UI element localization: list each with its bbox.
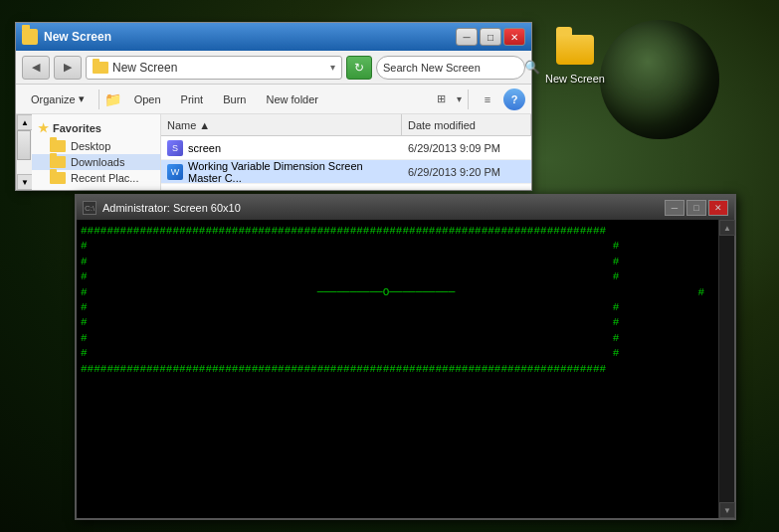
search-icon: 🔍 <box>524 60 540 75</box>
desktop-icon-new-screen[interactable]: New Screen <box>540 30 610 85</box>
desktop-icon-label: New Screen <box>540 73 610 85</box>
search-box[interactable]: 🔍 <box>376 56 525 80</box>
favorites-label: Favorites <box>53 122 101 134</box>
cmd-line-3: # # <box>81 255 714 269</box>
sidebar-desktop-label: Desktop <box>71 140 110 152</box>
explorer-titlebar: New Screen ─ □ ✕ <box>16 23 531 51</box>
sidebar-scrollbar[interactable]: ▲ ▼ <box>16 114 32 190</box>
cmd-titlebar: C:\ Administrator: Screen 60x10 ─ □ ✕ <box>77 196 734 220</box>
favorites-header[interactable]: ★ Favorites <box>32 118 160 138</box>
working-file-icon: W <box>167 164 183 180</box>
desktop: New Screen New Screen ─ □ ✕ ◀ ▶ New Scre… <box>0 0 779 532</box>
cmd-line-4: # # <box>81 269 714 284</box>
file-row-screen[interactable]: S screen 6/29/2013 9:09 PM <box>161 136 531 160</box>
explorer-title-icon <box>22 29 38 45</box>
cmd-line-7: # # <box>81 315 714 330</box>
sidebar-downloads-label: Downloads <box>71 156 124 168</box>
forward-button[interactable]: ▶ <box>54 56 82 80</box>
address-folder-icon <box>93 62 108 74</box>
cmd-line-1: ########################################… <box>81 224 714 239</box>
explorer-main-area: ▲ ▼ ★ Favorites Desktop <box>16 114 531 190</box>
working-filename: Working Variable Dimension Screen Master… <box>188 160 396 184</box>
view-chevron-icon[interactable]: ▾ <box>457 93 462 104</box>
cmd-title-icon: C:\ <box>83 201 97 215</box>
organize-button[interactable]: Organize ▾ <box>22 89 94 109</box>
sidebar-item-recent[interactable]: Recent Plac... <box>32 170 160 186</box>
cmd-window-controls: ─ □ ✕ <box>665 200 728 216</box>
view-controls: ⊞ ▾ ≡ ? <box>428 89 525 110</box>
organize-chevron-icon: ▾ <box>79 92 85 105</box>
name-column-header[interactable]: Name ▲ <box>161 114 402 135</box>
scroll-track <box>17 130 32 174</box>
cmd-line-9: # # <box>81 346 714 361</box>
address-bar: ◀ ▶ New Screen ▾ ↻ 🔍 <box>16 51 531 85</box>
downloads-folder-icon <box>50 156 66 168</box>
screen-filename: screen <box>188 142 221 154</box>
print-button[interactable]: Print <box>172 89 213 109</box>
file-name-cell-working: W Working Variable Dimension Screen Mast… <box>161 160 402 184</box>
file-name-cell-screen: S screen <box>161 140 402 156</box>
explorer-window: New Screen ─ □ ✕ ◀ ▶ New Screen ▾ ↻ 🔍 <box>15 22 532 191</box>
search-input[interactable] <box>383 62 520 74</box>
date-column-header[interactable]: Date modified <box>402 114 531 135</box>
explorer-toolbar: Organize ▾ 📁 Open Print Burn New folder … <box>16 85 531 114</box>
explorer-window-controls: ─ □ ✕ <box>456 28 525 46</box>
file-list: Name ▲ Date modified S screen 6/29/2013 … <box>161 114 531 190</box>
scroll-down-arrow[interactable]: ▼ <box>17 174 33 190</box>
refresh-button[interactable]: ↻ <box>346 56 372 80</box>
cmd-minimize-button[interactable]: ─ <box>665 200 684 216</box>
cmd-maximize-button[interactable]: □ <box>686 200 706 216</box>
burn-button[interactable]: Burn <box>214 89 255 109</box>
scroll-thumb[interactable] <box>17 130 31 160</box>
new-folder-button[interactable]: New folder <box>257 89 327 109</box>
favorites-star-icon: ★ <box>38 121 49 135</box>
close-button[interactable]: ✕ <box>503 28 525 46</box>
explorer-title: New Screen <box>44 30 456 44</box>
back-button[interactable]: ◀ <box>22 56 50 80</box>
cmd-line-5: # ──────────O────────── # <box>81 285 714 300</box>
folder-toolbar-icon: 📁 <box>104 91 121 107</box>
toolbar-separator-1 <box>98 89 99 109</box>
address-box[interactable]: New Screen ▾ <box>86 56 342 80</box>
folder-icon <box>556 35 594 65</box>
minimize-button[interactable]: ─ <box>456 28 478 46</box>
cmd-screen: ########################################… <box>77 220 718 518</box>
cmd-title-text: Administrator: Screen 60x10 <box>102 202 659 214</box>
help-button[interactable]: ? <box>503 89 525 110</box>
cmd-line-6: # # <box>81 300 714 315</box>
file-row-working[interactable]: W Working Variable Dimension Screen Mast… <box>161 160 531 184</box>
sidebar-recent-label: Recent Plac... <box>71 172 138 184</box>
cmd-line-2: # # <box>81 239 714 254</box>
maximize-button[interactable]: □ <box>480 28 501 46</box>
cmd-scrollbar[interactable]: ▲ ▼ <box>718 220 734 518</box>
cmd-scroll-track <box>719 236 734 502</box>
view-tiles-button[interactable]: ⊞ <box>428 89 454 110</box>
cmd-line-8: # # <box>81 331 714 346</box>
file-list-header: Name ▲ Date modified <box>161 114 531 136</box>
cmd-content: ########################################… <box>77 220 734 518</box>
sidebar: ★ Favorites Desktop Downloads Recent Pla… <box>32 114 161 190</box>
sidebar-item-downloads[interactable]: Downloads <box>32 154 160 170</box>
view-list-button[interactable]: ≡ <box>475 89 500 110</box>
screen-file-icon: S <box>167 140 183 156</box>
working-file-date: 6/29/2013 9:20 PM <box>402 166 531 178</box>
cmd-window: C:\ Administrator: Screen 60x10 ─ □ ✕ ##… <box>75 194 736 520</box>
recent-folder-icon <box>50 172 66 184</box>
address-chevron-icon[interactable]: ▾ <box>330 62 335 73</box>
toolbar-separator-2 <box>468 89 469 109</box>
favorites-section: ★ Favorites Desktop Downloads Recent Pla… <box>32 114 160 190</box>
cmd-line-10: ########################################… <box>81 362 714 377</box>
sidebar-item-desktop[interactable]: Desktop <box>32 138 160 154</box>
address-text: New Screen <box>112 61 326 75</box>
planet-decoration <box>600 20 719 139</box>
desktop-folder-icon <box>50 140 66 152</box>
screen-file-date: 6/29/2013 9:09 PM <box>402 142 531 154</box>
cmd-close-button[interactable]: ✕ <box>708 200 728 216</box>
sort-asc-icon: ▲ <box>199 119 210 131</box>
scroll-up-arrow[interactable]: ▲ <box>17 114 33 130</box>
cmd-scroll-down[interactable]: ▼ <box>719 502 735 518</box>
cmd-scroll-up[interactable]: ▲ <box>719 220 735 236</box>
open-button[interactable]: Open <box>125 89 170 109</box>
